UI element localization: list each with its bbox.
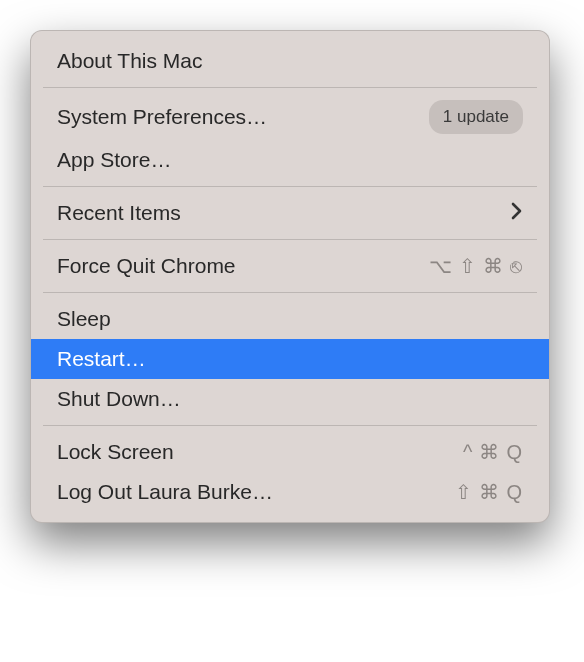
key-control-icon: ^: [463, 438, 473, 466]
menu-separator: [43, 292, 537, 293]
key-shift-icon: ⇧: [455, 478, 473, 506]
menu-item-label: Log Out Laura Burke…: [57, 478, 455, 506]
menu-item-sleep[interactable]: Sleep: [31, 299, 549, 339]
menu-item-system-preferences[interactable]: System Preferences… 1 update: [31, 94, 549, 140]
keyboard-shortcut: ^ ⌘ Q: [463, 438, 523, 466]
menu-item-label: System Preferences…: [57, 103, 429, 131]
menu-item-label: Lock Screen: [57, 438, 463, 466]
update-badge: 1 update: [429, 100, 523, 134]
menu-item-label: Recent Items: [57, 199, 511, 227]
key-q-icon: Q: [506, 478, 523, 506]
menu-item-recent-items[interactable]: Recent Items: [31, 193, 549, 233]
key-command-icon: ⌘: [479, 478, 500, 506]
chevron-right-icon: [511, 199, 523, 227]
menu-item-label: Shut Down…: [57, 385, 523, 413]
key-command-icon: ⌘: [483, 252, 504, 280]
menu-item-log-out[interactable]: Log Out Laura Burke… ⇧ ⌘ Q: [31, 472, 549, 512]
keyboard-shortcut: ⇧ ⌘ Q: [455, 478, 523, 506]
menu-item-force-quit[interactable]: Force Quit Chrome ⌥ ⇧ ⌘ ⎋: [31, 246, 549, 286]
menu-separator: [43, 239, 537, 240]
menu-separator: [43, 186, 537, 187]
key-option-icon: ⌥: [429, 252, 453, 280]
menu-item-app-store[interactable]: App Store…: [31, 140, 549, 180]
menu-item-about-this-mac[interactable]: About This Mac: [31, 41, 549, 81]
menu-item-shut-down[interactable]: Shut Down…: [31, 379, 549, 419]
menu-item-label: Force Quit Chrome: [57, 252, 429, 280]
menu-separator: [43, 425, 537, 426]
keyboard-shortcut: ⌥ ⇧ ⌘ ⎋: [429, 252, 523, 280]
key-q-icon: Q: [506, 438, 523, 466]
key-command-icon: ⌘: [479, 438, 500, 466]
menu-item-label: Restart…: [57, 345, 523, 373]
menu-item-restart[interactable]: Restart…: [31, 339, 549, 379]
key-shift-icon: ⇧: [459, 252, 477, 280]
apple-menu: About This Mac System Preferences… 1 upd…: [30, 30, 550, 523]
menu-item-label: App Store…: [57, 146, 523, 174]
menu-item-label: About This Mac: [57, 47, 523, 75]
menu-item-label: Sleep: [57, 305, 523, 333]
key-escape-icon: ⎋: [510, 252, 523, 280]
menu-item-lock-screen[interactable]: Lock Screen ^ ⌘ Q: [31, 432, 549, 472]
menu-separator: [43, 87, 537, 88]
